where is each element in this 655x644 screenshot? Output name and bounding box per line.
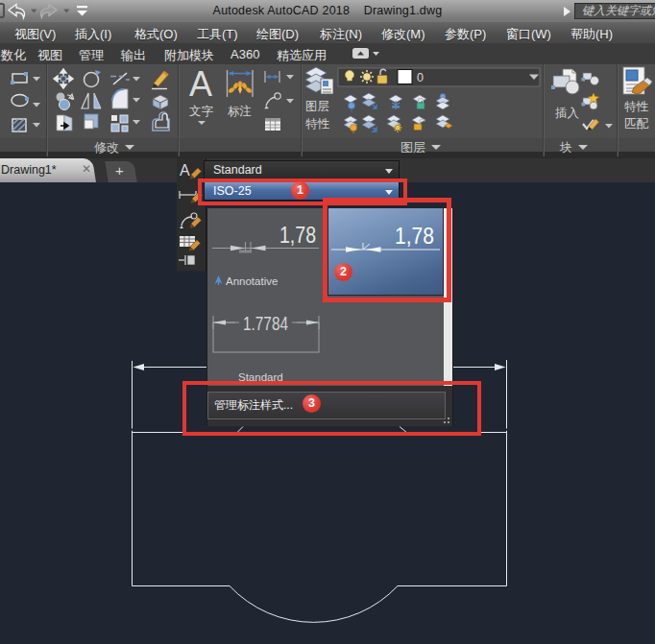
- svg-text:1,78: 1,78: [279, 223, 316, 248]
- svg-text:A: A: [189, 64, 212, 104]
- svg-text:Annotative: Annotative: [226, 275, 278, 287]
- svg-text:1.7784: 1.7784: [243, 312, 288, 334]
- svg-text:0: 0: [417, 71, 424, 84]
- svg-text:A: A: [180, 162, 190, 179]
